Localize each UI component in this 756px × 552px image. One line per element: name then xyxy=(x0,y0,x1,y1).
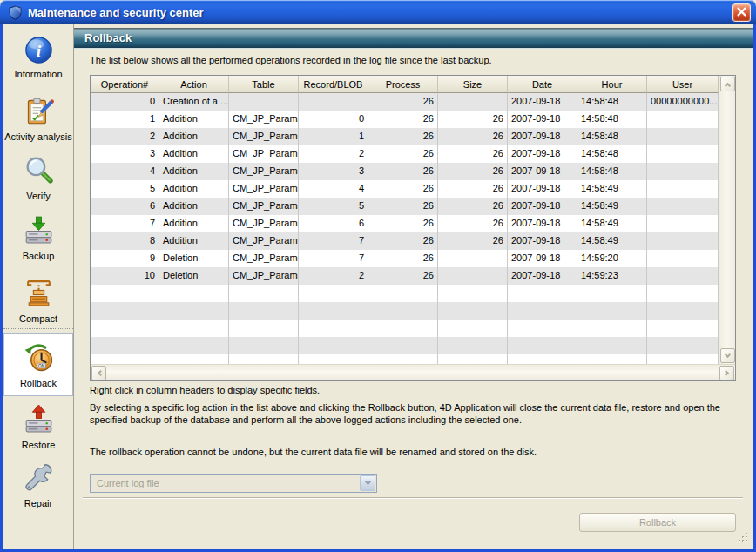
column-header-table[interactable]: Table xyxy=(229,76,299,93)
table-row[interactable]: 2AdditionCM_JP_Params126262007-09-1814:5… xyxy=(91,128,719,145)
table-row[interactable]: 6AdditionCM_JP_Params526262007-09-1814:5… xyxy=(91,198,719,215)
svg-text:ON: ON xyxy=(38,363,45,367)
table-cell: 2007-09-18 xyxy=(508,163,577,180)
log-file-select[interactable]: Current log file xyxy=(90,474,377,493)
scroll-right-button[interactable] xyxy=(719,366,734,380)
vertical-scrollbar[interactable] xyxy=(719,76,735,364)
table-cell: CM_JP_Params xyxy=(229,111,299,128)
table-cell: 14:58:48 xyxy=(577,163,647,180)
table-cell: CM_JP_Params xyxy=(229,198,299,215)
sidebar-item-compact[interactable]: Compact xyxy=(4,272,72,329)
rollback-button[interactable]: Rollback xyxy=(579,513,736,532)
table-cell: 26 xyxy=(368,180,438,198)
scroll-left-button[interactable] xyxy=(91,366,106,380)
sidebar-item-rollback[interactable]: ONRollback xyxy=(3,333,73,396)
table-row[interactable]: 9DeletionCM_JP_Params7262007-09-1814:59:… xyxy=(91,250,719,267)
table-cell: 26 xyxy=(368,128,438,145)
table-cell: 2 xyxy=(91,128,159,145)
table-cell xyxy=(229,337,299,354)
column-header-size[interactable]: Size xyxy=(438,76,508,93)
scroll-up-button[interactable] xyxy=(720,77,735,91)
table-cell xyxy=(647,198,719,215)
table-cell xyxy=(647,163,719,180)
sidebar-item-information[interactable]: iInformation xyxy=(4,30,72,85)
column-header-record-blob[interactable]: Record/BLOB xyxy=(299,76,368,93)
table-cell: 14:58:48 xyxy=(577,128,647,145)
scroll-down-button[interactable] xyxy=(720,348,735,363)
table-cell xyxy=(229,285,299,302)
table-cell: 6 xyxy=(299,215,368,232)
table-row[interactable]: 5AdditionCM_JP_Params426262007-09-1814:5… xyxy=(91,180,719,198)
chevron-down-icon xyxy=(364,479,370,485)
table-cell: 0 xyxy=(299,111,368,128)
combo-arrow-button[interactable] xyxy=(360,475,375,491)
column-header-action[interactable]: Action xyxy=(159,76,229,93)
table-cell: 26 xyxy=(368,198,438,215)
operations-table: Operation#ActionTableRecord/BLOBProcessS… xyxy=(90,75,736,381)
table-row[interactable]: 4AdditionCM_JP_Params326262007-09-1814:5… xyxy=(91,163,719,180)
table-row[interactable]: 0Creation of a ...262007-09-1814:58:4800… xyxy=(91,93,719,111)
table-row[interactable]: 8AdditionCM_JP_Params726262007-09-1814:5… xyxy=(91,232,719,250)
table-cell: 3 xyxy=(299,163,368,180)
table-cell xyxy=(299,320,368,337)
table-cell: 2007-09-18 xyxy=(508,93,577,111)
table-cell: CM_JP_Params xyxy=(229,163,299,180)
table-cell xyxy=(647,215,719,232)
table-cell xyxy=(647,128,719,145)
column-header-process[interactable]: Process xyxy=(368,76,438,93)
sidebar-item-backup[interactable]: Backup xyxy=(4,209,72,266)
table-cell: 7 xyxy=(299,232,368,250)
table-cell xyxy=(159,337,229,354)
close-button[interactable] xyxy=(732,3,751,22)
table-cell: Deletion xyxy=(159,250,229,267)
table-cell: 10 xyxy=(91,267,159,285)
table-cell: Addition xyxy=(159,232,229,250)
column-header-user[interactable]: User xyxy=(647,76,719,93)
table-cell: Creation of a ... xyxy=(159,93,229,111)
table-cell: 2007-09-18 xyxy=(508,145,577,163)
table-cell: 2 xyxy=(299,145,368,163)
table-cell: Addition xyxy=(159,163,229,180)
resize-grip-icon[interactable] xyxy=(737,531,750,548)
sidebar-item-label: Compact xyxy=(19,313,57,325)
table-row[interactable]: 10DeletionCM_JP_Params2262007-09-1814:59… xyxy=(91,267,719,285)
table-cell: 26 xyxy=(368,267,438,285)
table-cell: Addition xyxy=(159,111,229,128)
table-cell xyxy=(438,250,508,267)
table-cell: 26 xyxy=(368,111,438,128)
table-cell: Addition xyxy=(159,215,229,232)
table-cell xyxy=(368,337,438,354)
table-row[interactable]: 1AdditionCM_JP_Params026262007-09-1814:5… xyxy=(91,111,719,128)
table-cell xyxy=(647,250,719,267)
chevron-left-icon xyxy=(97,370,103,376)
table-cell xyxy=(577,302,647,320)
table-cell: 2 xyxy=(299,267,368,285)
table-cell xyxy=(647,111,719,128)
table-cell xyxy=(577,285,647,302)
column-header-hour[interactable]: Hour xyxy=(577,76,647,93)
table-cell xyxy=(647,267,719,285)
table-cell xyxy=(647,337,719,354)
table-cell xyxy=(647,180,719,198)
column-header-operation-[interactable]: Operation# xyxy=(91,76,159,93)
table-cell xyxy=(299,337,368,354)
table-cell: 6 xyxy=(91,198,159,215)
column-header-date[interactable]: Date xyxy=(508,76,577,93)
table-cell: 9 xyxy=(91,250,159,267)
table-cell: 2007-09-18 xyxy=(508,111,577,128)
table-cell: 26 xyxy=(368,163,438,180)
table-cell xyxy=(508,285,577,302)
sidebar-item-activity-analysis[interactable]: Activity analysis xyxy=(4,85,72,151)
table-row[interactable]: 3AdditionCM_JP_Params226262007-09-1814:5… xyxy=(91,145,719,163)
table-cell xyxy=(299,285,368,302)
table-cell xyxy=(577,354,647,364)
close-icon xyxy=(733,3,750,23)
sidebar-item-repair[interactable]: Repair xyxy=(4,456,72,514)
sidebar-item-verify[interactable]: Verify xyxy=(4,151,72,204)
horizontal-scrollbar[interactable] xyxy=(91,364,735,380)
sidebar-item-restore[interactable]: Restore xyxy=(4,399,72,454)
table-cell xyxy=(299,93,368,111)
table-cell: 26 xyxy=(368,250,438,267)
table-cell xyxy=(508,302,577,320)
table-row[interactable]: 7AdditionCM_JP_Params626262007-09-1814:5… xyxy=(91,215,719,232)
